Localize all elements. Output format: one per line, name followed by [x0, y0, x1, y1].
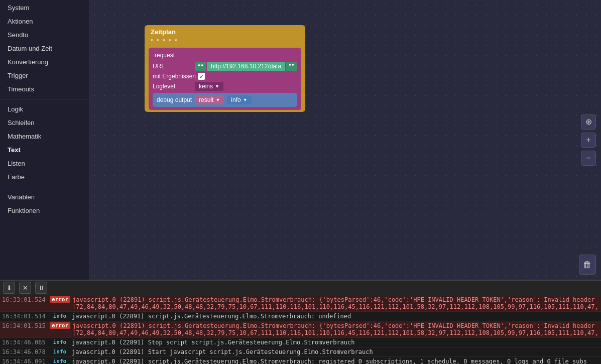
url-value[interactable]: http://192.168.10.212/data: [207, 62, 285, 71]
sidebar-item-datum-zeit[interactable]: Datum und Zeit: [0, 42, 89, 55]
mit-ergebnissen-checkbox[interactable]: ✓: [198, 73, 205, 80]
log-message-1: javascript.0 (22891) script.js.Geräteste…: [72, 313, 351, 320]
block-request[interactable]: request URL ❝❝ http://192.168.10.212/dat…: [149, 48, 301, 110]
log-time-1: 16:34:01.514: [2, 313, 50, 320]
zoom-out-button[interactable]: −: [581, 151, 596, 166]
log-time-5: 16:34:46.091: [2, 358, 50, 364]
log-message-0: javascript.0 (22891) script.js.Geräteste…: [72, 296, 599, 310]
log-panel: ⬇ ✕ ⏸ 16:33:01.524errorjavascript.0 (228…: [0, 280, 601, 364]
sidebar-item-text[interactable]: Text: [0, 143, 89, 157]
compass-button[interactable]: ⊕: [581, 114, 596, 130]
log-message-3: javascript.0 (22891) Stop script script.…: [72, 339, 355, 346]
log-message-2: javascript.0 (22891) script.js.Geräteste…: [72, 322, 599, 336]
block-group: Zeitplan * * * * * request URL ❝❝ http:/…: [145, 25, 305, 112]
log-entry-0: 16:33:01.524errorjavascript.0 (22891) sc…: [0, 295, 601, 312]
mit-ergebnissen-label: mit Ergebnissen: [153, 73, 196, 80]
url-row: URL ❝❝ http://192.168.10.212/data ❞❞: [153, 62, 297, 71]
quote-left-icon: ❝❝: [195, 62, 206, 71]
sidebar-divider-2: [0, 187, 89, 187]
sidebar-section-1: System Aktionen Sendto Datum und Zeit Ko…: [0, 0, 89, 97]
log-download-button[interactable]: ⬇: [3, 282, 15, 294]
log-toolbar: ⬇ ✕ ⏸: [0, 281, 601, 295]
sidebar-item-sendto[interactable]: Sendto: [0, 28, 89, 42]
sidebar-item-farbe[interactable]: Farbe: [0, 170, 89, 184]
log-level-badge-5: info: [50, 358, 70, 364]
trash-button[interactable]: 🗑: [579, 255, 596, 275]
url-label: URL: [153, 63, 193, 70]
zeitplan-stars: * * * * *: [149, 37, 301, 46]
quote-right-icon: ❞❞: [286, 62, 297, 71]
info-dropdown[interactable]: info: [227, 95, 251, 104]
sidebar: System Aktionen Sendto Datum und Zeit Ko…: [0, 0, 89, 280]
log-message-5: javascript.0 (22891) script.js.Geräteste…: [72, 358, 599, 364]
sidebar-item-schleifen[interactable]: Schleifen: [0, 116, 89, 130]
debug-output-label: debug output: [157, 96, 192, 103]
loglevel-dropdown[interactable]: keins: [195, 82, 223, 91]
sidebar-section-2: Logik Schleifen Mathematik Text Listen F…: [0, 101, 89, 185]
log-clear-button[interactable]: ✕: [19, 282, 31, 294]
log-level-badge-4: info: [50, 348, 70, 355]
loglevel-label: Loglevel: [153, 83, 193, 90]
info-label: info: [231, 96, 241, 103]
log-entries-container: 16:33:01.524errorjavascript.0 (22891) sc…: [0, 295, 601, 364]
zoom-in-button[interactable]: +: [581, 133, 596, 148]
block-debug-output[interactable]: debug output result info: [153, 93, 297, 107]
sidebar-item-funktionen[interactable]: Funktionen: [0, 204, 89, 217]
result-label: result: [199, 96, 213, 103]
sidebar-item-konvertierung[interactable]: Konvertierung: [0, 55, 89, 69]
sidebar-item-aktionen[interactable]: Aktionen: [0, 15, 89, 28]
log-entry-5: 16:34:46.091infojavascript.0 (22891) scr…: [0, 357, 601, 364]
sidebar-section-3: Variablen Funktionen: [0, 189, 89, 218]
sidebar-item-variablen[interactable]: Variablen: [0, 190, 89, 204]
result-dropdown[interactable]: result: [195, 95, 224, 104]
canvas-controls: ⊕ + −: [581, 114, 596, 166]
request-label: request: [153, 51, 297, 62]
log-level-badge-3: info: [50, 339, 70, 345]
log-time-4: 16:34:46.078: [2, 348, 50, 355]
mit-ergebnissen-row: mit Ergebnissen ✓: [153, 73, 297, 80]
log-level-badge-0: error: [50, 296, 70, 303]
log-entry-3: 16:34:46.065infojavascript.0 (22891) Sto…: [0, 338, 601, 347]
log-level-badge-1: info: [50, 313, 70, 319]
loglevel-row: Loglevel keins: [153, 82, 297, 91]
block-zeitplan[interactable]: Zeitplan * * * * * request URL ❝❝ http:/…: [145, 25, 305, 112]
sidebar-item-timeouts[interactable]: Timeouts: [0, 82, 89, 96]
zeitplan-header-label: Zeitplan: [149, 27, 301, 37]
log-level-badge-2: error: [50, 322, 70, 329]
log-pause-button[interactable]: ⏸: [35, 282, 47, 294]
log-time-2: 16:34:01.515: [2, 322, 50, 329]
sidebar-item-trigger[interactable]: Trigger: [0, 69, 89, 82]
loglevel-value: keins: [199, 83, 213, 90]
sidebar-item-system[interactable]: System: [0, 1, 89, 15]
log-entry-2: 16:34:01.515errorjavascript.0 (22891) sc…: [0, 321, 601, 338]
log-message-4: javascript.0 (22891) Start javascript sc…: [72, 348, 373, 355]
url-value-container[interactable]: ❝❝ http://192.168.10.212/data ❞❞: [195, 62, 297, 71]
sidebar-item-mathematik[interactable]: Mathematik: [0, 130, 89, 143]
log-entry-1: 16:34:01.514infojavascript.0 (22891) scr…: [0, 312, 601, 321]
log-time-3: 16:34:46.065: [2, 339, 50, 346]
sidebar-item-listen[interactable]: Listen: [0, 157, 89, 170]
sidebar-divider-1: [0, 99, 89, 99]
canvas-area[interactable]: Zeitplan * * * * * request URL ❝❝ http:/…: [89, 0, 601, 280]
sidebar-item-logik[interactable]: Logik: [0, 102, 89, 116]
log-time-0: 16:33:01.524: [2, 296, 50, 303]
log-entry-4: 16:34:46.078infojavascript.0 (22891) Sta…: [0, 347, 601, 357]
